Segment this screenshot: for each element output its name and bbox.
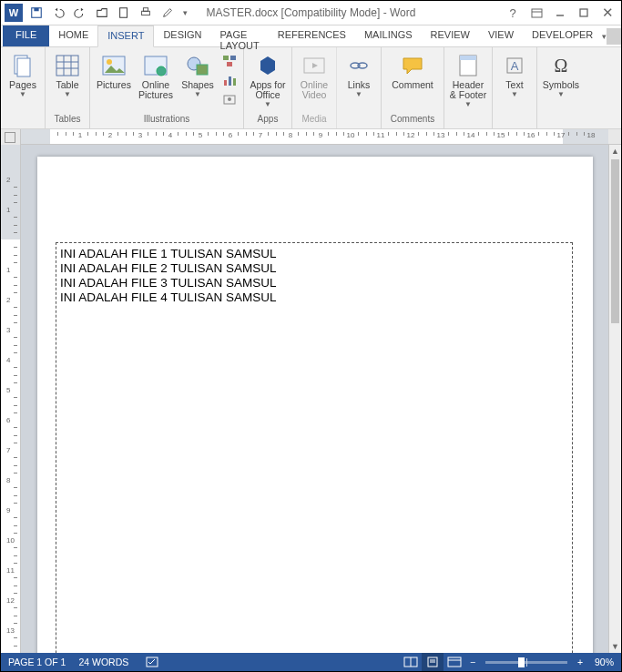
svg-rect-43 — [448, 657, 461, 667]
web-layout-icon[interactable] — [444, 653, 465, 671]
account-area[interactable] — [607, 25, 622, 46]
zoom-level[interactable]: 90% — [595, 657, 614, 667]
status-bar: PAGE 1 OF 1 24 WORDS − + 90% — [1, 653, 621, 671]
svg-rect-5 — [532, 9, 542, 17]
header-footer-button[interactable]: Header & Footer ▼ — [448, 49, 488, 107]
links-label: Links — [348, 80, 371, 90]
minimize-icon[interactable] — [548, 3, 572, 23]
spelling-icon[interactable] — [141, 653, 163, 671]
screenshot-icon[interactable] — [219, 90, 240, 108]
text-line: INI ADALAH FILE 1 TULISAN SAMSUL — [60, 247, 568, 261]
open-icon[interactable] — [92, 3, 112, 23]
comment-button[interactable]: Comment — [385, 49, 440, 90]
illustrations-small-buttons — [219, 49, 240, 108]
group-pages: Pages ▼ — [1, 47, 46, 128]
svg-rect-3 — [142, 11, 150, 15]
group-comments-label: Comments — [385, 114, 440, 128]
redo-icon[interactable] — [70, 3, 90, 23]
svg-rect-27 — [233, 78, 236, 86]
group-symbols-label — [541, 114, 581, 128]
text-line: INI ADALAH FILE 3 TULISAN SAMSUL — [60, 276, 568, 290]
tab-view[interactable]: VIEW — [479, 25, 523, 46]
online-pictures-button[interactable]: Online Pictures — [136, 49, 176, 100]
online-pictures-label: Online Pictures — [136, 80, 176, 100]
save-icon[interactable] — [26, 3, 46, 23]
tab-review[interactable]: REVIEW — [422, 25, 479, 46]
group-text-label — [496, 114, 533, 128]
undo-icon[interactable] — [48, 3, 68, 23]
group-apps-label: Apps — [248, 114, 288, 128]
chevron-down-icon: ▼ — [194, 92, 201, 97]
scroll-up-icon[interactable]: ▲ — [609, 145, 621, 158]
zoom-slider-thumb[interactable] — [518, 657, 525, 667]
pages-button[interactable]: Pages ▼ — [5, 49, 41, 97]
svg-rect-34 — [460, 56, 476, 60]
tab-home[interactable]: HOME — [49, 25, 97, 46]
qat-customize-icon[interactable]: ▾ — [179, 3, 190, 23]
tab-page-layout[interactable]: PAGE LAYOUT — [211, 25, 269, 46]
ruler-vertical[interactable]: 21123456789101112131415161718 — [1, 145, 21, 653]
text-button[interactable]: A Text ▼ — [496, 49, 533, 97]
shapes-button[interactable]: Shapes ▼ — [178, 49, 218, 97]
scroll-down-icon[interactable]: ▼ — [609, 640, 621, 653]
apps-for-office-button[interactable]: Apps for Office ▼ — [248, 49, 288, 107]
chevron-down-icon: ▼ — [511, 92, 518, 97]
svg-rect-25 — [224, 80, 227, 86]
header-footer-label: Header & Footer — [448, 80, 488, 100]
zoom-out-icon[interactable]: − — [465, 657, 480, 667]
comment-icon — [399, 53, 426, 78]
zoom-in-icon[interactable]: + — [573, 657, 587, 667]
quick-print-icon[interactable] — [136, 3, 156, 23]
tab-insert[interactable]: INSERT — [97, 25, 154, 47]
smartart-icon[interactable] — [219, 52, 240, 70]
tab-design[interactable]: DESIGN — [154, 25, 210, 46]
tab-developer[interactable]: DEVELOPER — [523, 25, 602, 46]
close-icon[interactable]: ✕ — [596, 3, 619, 23]
svg-rect-10 — [17, 58, 30, 76]
comment-label: Comment — [392, 80, 433, 90]
ribbon-tabs: FILE HOME INSERT DESIGN PAGE LAYOUT REFE… — [1, 25, 621, 47]
tab-selector-icon[interactable] — [1, 129, 21, 145]
ruler-horizontal[interactable]: 123456789101112131415161718 — [21, 129, 608, 144]
ribbon-display-options-icon[interactable] — [525, 3, 548, 23]
chart-icon[interactable] — [219, 71, 240, 89]
document-text[interactable]: INI ADALAH FILE 1 TULISAN SAMSUL INI ADA… — [56, 243, 572, 309]
chevron-down-icon: ▼ — [557, 92, 565, 97]
tab-references[interactable]: REFERENCES — [269, 25, 355, 46]
group-media: Online Video Media — [292, 47, 337, 128]
svg-rect-21 — [197, 65, 208, 75]
group-text: A Text ▼ — [493, 47, 537, 128]
print-layout-icon[interactable] — [422, 653, 444, 671]
group-links-label — [341, 114, 377, 128]
symbols-label: Symbols — [543, 80, 579, 90]
shapes-icon — [184, 53, 211, 78]
edit-icon[interactable] — [158, 3, 178, 23]
chevron-down-icon: ▼ — [355, 92, 362, 97]
table-button[interactable]: Table ▼ — [49, 49, 86, 97]
ribbon: Pages ▼ Table ▼ Tables Pictures Online P… — [1, 47, 621, 129]
symbols-button[interactable]: Ω Symbols ▼ — [541, 49, 581, 97]
svg-rect-8 — [580, 9, 587, 16]
svg-rect-23 — [230, 56, 236, 60]
help-icon[interactable]: ? — [501, 3, 525, 23]
status-words[interactable]: 24 WORDS — [78, 657, 128, 667]
read-mode-icon[interactable] — [400, 653, 422, 671]
scroll-thumb[interactable] — [611, 159, 619, 323]
video-label: Online Video — [296, 80, 332, 100]
page-content-area[interactable]: INI ADALAH FILE 1 TULISAN SAMSUL INI ADA… — [56, 242, 573, 653]
symbols-icon: Ω — [547, 53, 575, 78]
apps-label: Apps for Office — [248, 80, 288, 100]
tab-file[interactable]: FILE — [3, 25, 49, 46]
links-button[interactable]: Links ▼ — [341, 49, 377, 97]
vertical-scrollbar[interactable]: ▲ ▼ — [608, 145, 621, 653]
maximize-icon[interactable] — [572, 3, 596, 23]
online-video-button: Online Video — [296, 49, 332, 100]
pictures-button[interactable]: Pictures — [94, 49, 134, 90]
text-icon: A — [501, 53, 528, 78]
status-page[interactable]: PAGE 1 OF 1 — [8, 657, 66, 667]
pages-icon — [9, 53, 36, 78]
zoom-slider[interactable] — [485, 661, 567, 664]
tab-mailings[interactable]: MAILINGS — [355, 25, 422, 46]
new-icon[interactable] — [114, 3, 134, 23]
document-scroll-area[interactable]: INI ADALAH FILE 1 TULISAN SAMSUL INI ADA… — [21, 145, 608, 653]
